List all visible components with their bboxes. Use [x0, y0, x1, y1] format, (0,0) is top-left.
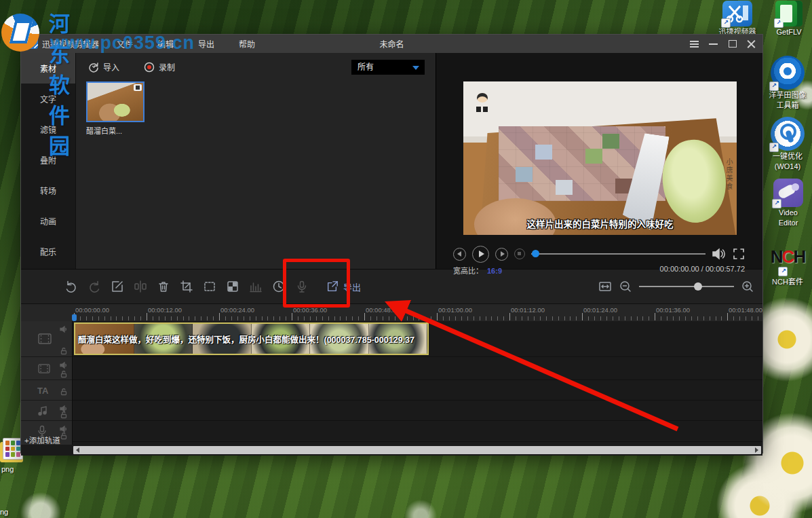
film-reel-icon: ↗	[773, 179, 803, 207]
menu-edit[interactable]: 编辑	[157, 38, 174, 50]
timeline-ruler[interactable]: 00:00:00.00 00:00:12.00 00:00:24.00 00:0…	[21, 303, 762, 321]
mute-track-icon[interactable]	[60, 360, 68, 368]
lock-track-icon[interactable]	[60, 369, 68, 377]
desktop-icon-label: (WO14)	[765, 162, 810, 171]
desktop-icon-label: Editor	[769, 219, 807, 227]
one-key-optimize-icon: ↗	[771, 117, 805, 151]
fit-timeline-icon[interactable]	[598, 280, 612, 293]
document-title: 未命名	[379, 38, 404, 50]
sidebar: 素材 文字 滤镜 叠附 转场 动画 配乐	[21, 53, 75, 269]
zoom-slider-handle[interactable]	[694, 282, 702, 291]
import-button[interactable]: 导入	[88, 61, 119, 73]
menu-export[interactable]: 导出	[198, 38, 214, 50]
lock-track-icon[interactable]	[60, 386, 68, 394]
desktop-icon-getflv[interactable]: ↗ GetFLV	[770, 1, 808, 37]
desktop-icon-toolbox[interactable]: ↗ 洋芋田图像 工具箱	[765, 56, 810, 110]
seek-handle[interactable]	[532, 250, 539, 257]
aspect-ratio-value[interactable]: 16:9	[487, 267, 502, 275]
lock-track-icon[interactable]	[60, 409, 68, 418]
video-subtitle: 这样片出来的白菜片特别的入味好吃	[463, 217, 737, 230]
desktop-icon-label: 一键优化	[765, 152, 810, 161]
minimize-button[interactable]	[709, 39, 718, 48]
window-menu-icon[interactable]	[690, 39, 699, 48]
aperture-icon: ↗	[771, 56, 805, 90]
scroll-left-icon[interactable]	[76, 447, 79, 453]
playhead[interactable]	[72, 314, 77, 321]
titlebar: 迅捷视频剪辑器 文件 编辑 导出 帮助 未命名	[21, 35, 762, 53]
next-frame-button[interactable]	[495, 248, 508, 261]
scroll-right-icon[interactable]	[755, 447, 758, 453]
edit-clip-button[interactable]	[111, 280, 124, 293]
cartoon-character	[475, 92, 490, 112]
sidebar-item-music[interactable]: 配乐	[21, 236, 75, 267]
timeline-clip[interactable]: 醋溜白菜这样做，好吃到爆，还特别下饭，厨房小白都能做出来！(000037.785…	[74, 322, 429, 355]
preview-panel: 小唐美食 这样片出来的白菜片特别的入味好吃	[436, 53, 762, 269]
ruler-major-ticks	[74, 313, 762, 320]
desktop-icon-nch[interactable]: NCH ↗ NCH套件	[767, 246, 809, 286]
delete-button[interactable]	[157, 280, 170, 293]
zoom-out-icon[interactable]	[619, 280, 632, 293]
volume-icon[interactable]	[712, 247, 727, 261]
split-button[interactable]	[134, 280, 147, 293]
shortcut-arrow-icon: ↗	[774, 18, 784, 28]
desktop-icon-optimizer[interactable]: ↗ 一键优化 (WO14)	[765, 117, 810, 171]
desktop-icon-label: Video	[769, 208, 807, 217]
partial-icon-label: ng	[0, 508, 8, 516]
media-thumbnail	[86, 81, 144, 122]
mute-track-icon[interactable]	[60, 324, 68, 332]
desktop-icon-video-editor[interactable]: ↗ Video Editor	[769, 179, 807, 227]
menu-help[interactable]: 帮助	[239, 38, 255, 50]
music-track-icon[interactable]	[37, 405, 48, 416]
timeline-horizontal-scrollbar[interactable]	[73, 446, 761, 454]
desktop-icon-label: png	[0, 465, 30, 474]
previous-frame-button[interactable]	[453, 248, 466, 261]
shortcut-arrow-icon: ↗	[721, 18, 731, 28]
duration-button[interactable]	[272, 280, 286, 293]
sidebar-item-animation[interactable]: 动画	[21, 206, 75, 236]
playback-controls	[453, 244, 745, 263]
scale-button[interactable]	[203, 280, 216, 293]
video-preview: 小唐美食 这样片出来的白菜片特别的入味好吃	[463, 81, 737, 235]
add-track-button[interactable]: +添加轨道	[24, 434, 60, 445]
lock-track-icon[interactable]	[60, 430, 68, 439]
voiceover-button[interactable]	[295, 280, 309, 293]
redo-button[interactable]	[88, 280, 101, 293]
undo-button[interactable]	[64, 280, 78, 293]
sidebar-item-text[interactable]: 文字	[21, 84, 75, 114]
lock-track-icon[interactable]	[60, 346, 68, 354]
audio-wave-button[interactable]	[249, 280, 263, 293]
menu-file[interactable]: 文件	[117, 38, 133, 50]
sidebar-item-filter[interactable]: 滤镜	[21, 114, 75, 145]
close-button[interactable]	[747, 39, 756, 48]
seek-bar[interactable]	[531, 253, 705, 255]
text-track-icon[interactable]: TA	[37, 385, 48, 395]
shortcut-arrow-icon: ↗	[778, 267, 788, 276]
media-filter-dropdown[interactable]: 所有	[351, 60, 425, 75]
chevron-down-icon	[412, 66, 419, 70]
fullscreen-icon[interactable]	[733, 248, 745, 260]
sidebar-item-material[interactable]: 素材	[21, 53, 75, 84]
video-track-icon[interactable]	[37, 332, 52, 346]
zoom-in-icon[interactable]	[741, 280, 754, 293]
export-label: 导出	[343, 280, 361, 293]
media-item[interactable]: 醋溜白菜...	[86, 81, 144, 136]
media-item-name: 醋溜白菜...	[86, 125, 144, 136]
play-button[interactable]	[472, 246, 489, 263]
overlay-track-icon[interactable]	[37, 363, 51, 374]
record-button[interactable]: 录制	[144, 61, 175, 73]
overlay-track	[21, 357, 762, 380]
getflv-icon: ↗	[775, 1, 803, 26]
mosaic-button[interactable]	[226, 280, 239, 293]
sidebar-item-overlay[interactable]: 叠附	[21, 145, 75, 175]
sidebar-item-transition[interactable]: 转场	[21, 175, 75, 206]
channel-watermark: 小唐美食	[724, 158, 734, 191]
shortcut-arrow-icon: ↗	[769, 81, 779, 91]
export-button[interactable]: 导出	[326, 280, 361, 293]
stop-button[interactable]	[514, 248, 525, 259]
timeline-tracks: 醋溜白菜这样做，好吃到爆，还特别下饭，厨房小白都能做出来！(000037.785…	[21, 321, 762, 445]
desktop-icon-xunjie-video[interactable]: ↗ 迅捷视频器	[716, 1, 758, 37]
timeline-zoom-slider[interactable]	[639, 286, 734, 287]
maximize-button[interactable]	[728, 39, 737, 48]
crop-button[interactable]	[180, 280, 193, 293]
timecode: 00:00:00.00 / 00:00:57.72	[660, 265, 745, 276]
